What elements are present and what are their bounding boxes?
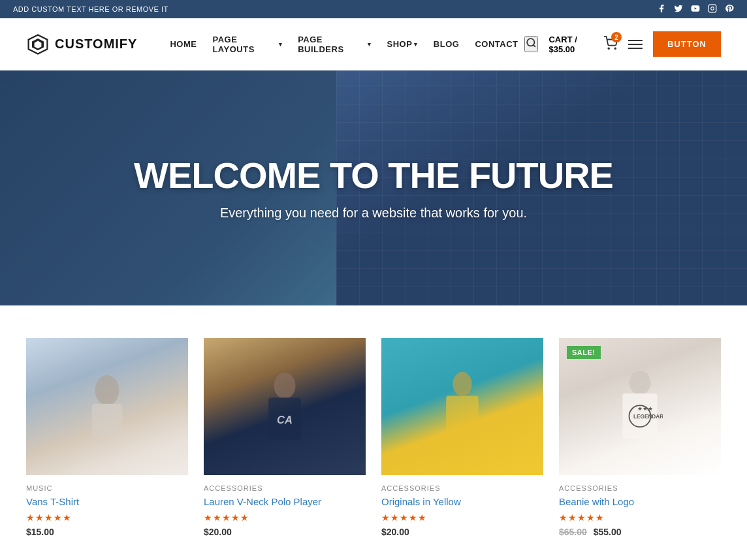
original-price-4: $65.00 — [559, 527, 587, 537]
cart-area[interactable]: CART / $35.00 2 — [548, 35, 618, 54]
product-card-4[interactable]: LEGENDARY ★★★ SALE! ACCESSORIES Beanie w… — [559, 338, 721, 537]
product-image-wrap-4: LEGENDARY ★★★ SALE! — [559, 338, 721, 475]
search-button[interactable] — [524, 36, 538, 52]
product-price-4: $65.00 $55.00 — [559, 527, 721, 537]
products-grid: MUSIC Vans T-Shirt ★★★★★ $15.00 CA ACCES… — [26, 338, 721, 537]
product-category-4: ACCESSORIES — [559, 484, 721, 492]
product-name-1[interactable]: Vans T-Shirt — [26, 496, 188, 507]
product-category-2: ACCESSORIES — [204, 484, 366, 492]
svg-point-17 — [629, 371, 651, 395]
product-price-2: $20.00 — [204, 527, 366, 537]
facebook-icon[interactable] — [657, 4, 666, 15]
svg-text:CA: CA — [277, 414, 293, 426]
product-name-4[interactable]: Beanie with Logo — [559, 496, 721, 507]
hero-subtitle: Everything you need for a website that w… — [134, 206, 613, 221]
hero-title: WELCOME TO THE FUTURE — [134, 155, 613, 196]
products-section: MUSIC Vans T-Shirt ★★★★★ $15.00 CA ACCES… — [0, 305, 747, 560]
shop-arrow: ▾ — [414, 41, 418, 48]
svg-point-12 — [274, 373, 296, 399]
cta-button[interactable]: BUTTON — [653, 31, 721, 57]
twitter-icon[interactable] — [674, 4, 683, 15]
nav-page-layouts[interactable]: PAGE LAYOUTS ▾ — [206, 29, 289, 59]
product-stars-2: ★★★★★ — [204, 512, 366, 523]
main-nav: HOME PAGE LAYOUTS ▾ PAGE BUILDERS ▾ SHOP… — [163, 29, 524, 59]
hamburger-menu[interactable] — [628, 40, 643, 49]
sale-price-4: $55.00 — [594, 527, 622, 537]
nav-blog[interactable]: BLOG — [427, 34, 466, 54]
nav-contact[interactable]: CONTACT — [468, 34, 524, 54]
header-right: CART / $35.00 2 BUTTON — [524, 31, 721, 57]
page-layouts-arrow: ▾ — [279, 41, 283, 48]
logo-text: CUSTOMIFY — [55, 37, 137, 52]
product-stars-1: ★★★★★ — [26, 512, 188, 523]
product-image-2: CA — [204, 338, 366, 475]
cart-badge: 2 — [611, 32, 622, 42]
product-card-2[interactable]: CA ACCESSORIES Lauren V-Neck Polo Player… — [204, 338, 366, 537]
logo-icon — [26, 33, 50, 56]
product-image-3 — [381, 338, 543, 475]
youtube-icon[interactable] — [691, 4, 700, 15]
product-card-1[interactable]: MUSIC Vans T-Shirt ★★★★★ $15.00 — [26, 338, 188, 537]
product-category-3: ACCESSORIES — [381, 484, 543, 492]
nav-page-builders[interactable]: PAGE BUILDERS ▾ — [291, 29, 377, 59]
product-stars-4: ★★★★★ — [559, 512, 721, 523]
svg-rect-11 — [92, 404, 123, 437]
svg-text:★★★: ★★★ — [637, 405, 653, 412]
hero-content: WELCOME TO THE FUTURE Everything you nee… — [95, 155, 652, 221]
product-image-wrap-3 — [381, 338, 543, 475]
product-stars-3: ★★★★★ — [381, 512, 543, 523]
instagram-icon[interactable] — [708, 4, 717, 15]
product-name-3[interactable]: Originals in Yellow — [381, 496, 543, 507]
page-builders-arrow: ▾ — [368, 41, 372, 48]
top-bar: ADD CUSTOM TEXT HERE OR REMOVE IT — [0, 0, 747, 18]
svg-rect-16 — [446, 396, 479, 439]
product-image-wrap-2: CA — [204, 338, 366, 475]
product-name-2[interactable]: Lauren V-Neck Polo Player — [204, 496, 366, 507]
svg-point-15 — [453, 372, 471, 396]
nav-home[interactable]: HOME — [163, 34, 203, 54]
pinterest-icon[interactable] — [725, 4, 734, 15]
hero-section: WELCOME TO THE FUTURE Everything you nee… — [0, 70, 747, 305]
product-price-3: $20.00 — [381, 527, 543, 537]
cart-icon-wrap: 2 — [603, 36, 618, 52]
svg-point-6 — [528, 39, 535, 46]
svg-line-7 — [533, 45, 535, 47]
svg-text:LEGENDARY: LEGENDARY — [633, 414, 663, 420]
nav-shop[interactable]: SHOP ▾ — [380, 34, 424, 54]
product-image-1 — [26, 338, 188, 475]
svg-rect-1 — [708, 5, 716, 12]
cart-label: CART / $35.00 — [548, 35, 599, 54]
logo[interactable]: CUSTOMIFY — [26, 33, 137, 56]
product-category-1: MUSIC — [26, 484, 188, 492]
sale-badge-4: SALE! — [567, 346, 601, 359]
product-image-wrap-1 — [26, 338, 188, 475]
product-price-1: $15.00 — [26, 527, 188, 537]
social-icons — [657, 4, 734, 15]
top-bar-text: ADD CUSTOM TEXT HERE OR REMOVE IT — [13, 5, 168, 13]
svg-point-8 — [608, 48, 609, 49]
svg-point-10 — [95, 375, 119, 406]
header: CUSTOMIFY HOME PAGE LAYOUTS ▾ PAGE BUILD… — [0, 18, 747, 70]
svg-point-9 — [614, 48, 616, 49]
product-card-3[interactable]: ACCESSORIES Originals in Yellow ★★★★★ $2… — [381, 338, 543, 537]
